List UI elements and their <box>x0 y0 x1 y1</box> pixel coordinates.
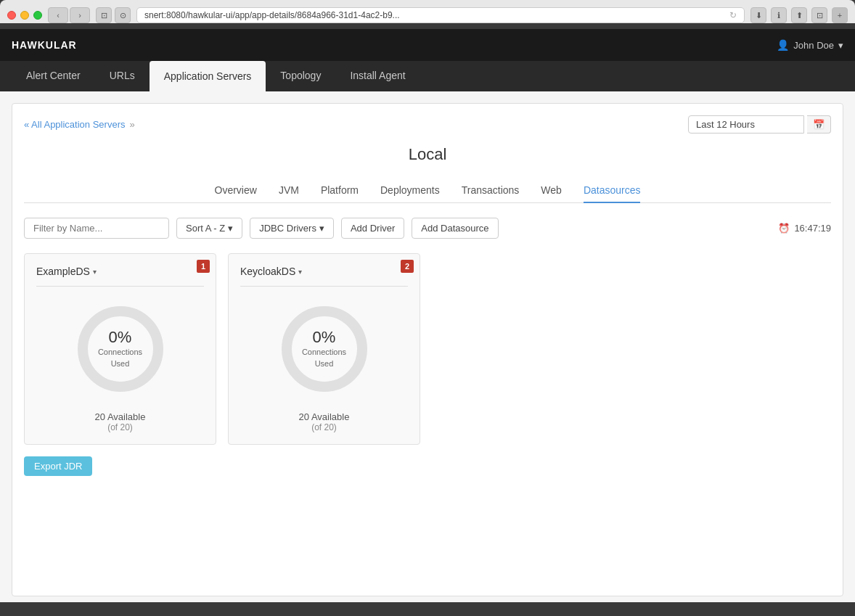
window-icon[interactable]: ⊡ <box>811 7 827 23</box>
app-container: HAWKULAR 👤 John Doe ▾ Alert Center URLs … <box>0 29 855 602</box>
tab-topology[interactable]: Topology <box>266 61 335 91</box>
user-menu[interactable]: 👤 John Doe ▾ <box>777 39 843 51</box>
current-time: 16:47:19 <box>794 223 831 234</box>
time-range-input[interactable] <box>688 115 804 134</box>
tab-alert-center[interactable]: Alert Center <box>12 61 95 91</box>
browser-toolbar: ⬇ ℹ ⬆ ⊡ + <box>750 7 848 23</box>
sort-button[interactable]: Sort A - Z ▾ <box>176 218 242 239</box>
user-icon: 👤 <box>777 39 789 51</box>
card-divider-2 <box>240 286 408 287</box>
card-title-chevron-icon: ▾ <box>93 268 97 276</box>
forward-button[interactable]: › <box>70 7 90 23</box>
calendar-button[interactable]: 📅 <box>807 115 831 134</box>
donut-label-connections-2: Connections <box>302 347 346 357</box>
subtab-platform[interactable]: Platform <box>321 178 359 203</box>
subtab-jvm[interactable]: JVM <box>279 178 299 203</box>
shield-icon[interactable]: ⊙ <box>115 7 131 23</box>
datasource-cards: 1 ExampleDS ▾ 0% Conn <box>24 253 831 445</box>
add-datasource-label: Add Datasource <box>421 223 488 234</box>
tab-install-agent[interactable]: Install Agent <box>335 61 420 91</box>
export-jdr-button[interactable]: Export JDR <box>24 456 92 476</box>
card-footer-2: 20 Available (of 20) <box>240 411 408 432</box>
datasource-card-keycloakds: 2 KeycloakDS ▾ 0% Connections Used <box>228 253 420 445</box>
available-count-2: 20 Available <box>240 411 408 422</box>
browser-titlebar: ‹ › ⊡ ⊙ snert:8080/hawkular-ui/app/app-d… <box>7 7 848 23</box>
reload-icon[interactable]: ↻ <box>729 10 737 20</box>
all-app-servers-link[interactable]: « All Application Servers <box>24 119 125 130</box>
card-title-keycloakds[interactable]: KeycloakDS ▾ <box>240 266 408 277</box>
donut-label-used-1: Used <box>98 358 142 369</box>
donut-percent-2: 0% <box>302 329 346 345</box>
jdbc-drivers-button[interactable]: JDBC Drivers ▾ <box>250 218 334 239</box>
maximize-dot[interactable] <box>33 11 42 20</box>
back-button[interactable]: ‹ <box>48 7 68 23</box>
breadcrumb-row: « All Application Servers » 📅 <box>24 115 831 134</box>
share-icon[interactable]: ⬆ <box>791 7 807 23</box>
card-badge-2: 2 <box>401 260 414 273</box>
jdbc-chevron-icon: ▾ <box>319 223 324 234</box>
card-divider <box>36 286 204 287</box>
time-display: ⏰ 16:47:19 <box>778 223 831 234</box>
new-tab-icon[interactable]: + <box>832 7 848 23</box>
jdbc-label: JDBC Drivers <box>259 223 316 234</box>
donut-percent-1: 0% <box>98 329 142 345</box>
user-name: John Doe <box>793 40 834 51</box>
donut-container-2: 0% Connections Used <box>240 298 408 400</box>
add-driver-label: Add Driver <box>351 223 395 234</box>
of-total-1: (of 20) <box>36 422 204 432</box>
sort-label: Sort A - Z <box>186 223 225 234</box>
sub-tabs: Overview JVM Platform Deployments Transa… <box>24 178 831 203</box>
filter-input[interactable] <box>24 218 169 239</box>
address-bar[interactable]: snert:8080/hawkular-ui/app/app-details/8… <box>136 7 745 23</box>
minimize-dot[interactable] <box>20 11 29 20</box>
datasource-card-exampleds: 1 ExampleDS ▾ 0% Conn <box>24 253 216 445</box>
breadcrumb: « All Application Servers » <box>24 119 135 130</box>
sort-chevron-icon: ▾ <box>228 223 233 234</box>
time-filter: 📅 <box>688 115 831 134</box>
of-total-2: (of 20) <box>240 422 408 432</box>
top-navbar: HAWKULAR 👤 John Doe ▾ <box>0 29 855 61</box>
donut-label-used-2: Used <box>302 358 346 369</box>
close-dot[interactable] <box>7 11 16 20</box>
add-driver-button[interactable]: Add Driver <box>341 218 404 239</box>
card-footer-1: 20 Available (of 20) <box>36 411 204 432</box>
card-title-exampleds[interactable]: ExampleDS ▾ <box>36 266 204 277</box>
nav-tabs: Alert Center URLs Application Servers To… <box>0 61 855 91</box>
browser-nav-buttons: ‹ › <box>48 7 90 23</box>
brand-logo: HAWKULAR <box>12 39 77 51</box>
subtab-web[interactable]: Web <box>541 178 562 203</box>
download-icon[interactable]: ⬇ <box>750 7 766 23</box>
main-content: « All Application Servers » 📅 Local Over… <box>12 103 843 596</box>
user-chevron-icon: ▾ <box>838 40 843 51</box>
donut-chart-2: 0% Connections Used <box>274 298 375 400</box>
breadcrumb-separator: » <box>129 119 134 130</box>
donut-center-2: 0% Connections Used <box>302 329 346 369</box>
toolbar-row: Sort A - Z ▾ JDBC Drivers ▾ Add Driver A… <box>24 218 831 239</box>
subtab-deployments[interactable]: Deployments <box>380 178 440 203</box>
card-title-chevron-icon-2: ▾ <box>298 268 302 276</box>
donut-container-1: 0% Connections Used <box>36 298 204 400</box>
tab-urls[interactable]: URLs <box>95 61 150 91</box>
tab-application-servers[interactable]: Application Servers <box>150 61 266 91</box>
clock-icon: ⏰ <box>778 223 790 234</box>
subtab-transactions[interactable]: Transactions <box>462 178 520 203</box>
donut-center-1: 0% Connections Used <box>98 329 142 369</box>
reader-view-icon[interactable]: ⊡ <box>96 7 112 23</box>
url-text: snert:8080/hawkular-ui/app/app-details/8… <box>144 10 400 20</box>
card-badge-1: 1 <box>197 260 210 273</box>
info-icon[interactable]: ℹ <box>771 7 787 23</box>
browser-dots <box>7 11 42 20</box>
donut-label-connections-1: Connections <box>98 347 142 357</box>
subtab-datasources[interactable]: Datasources <box>584 178 641 203</box>
page-title: Local <box>24 145 831 164</box>
subtab-overview[interactable]: Overview <box>215 178 257 203</box>
browser-chrome: ‹ › ⊡ ⊙ snert:8080/hawkular-ui/app/app-d… <box>0 0 855 23</box>
available-count-1: 20 Available <box>36 411 204 422</box>
add-datasource-button[interactable]: Add Datasource <box>412 218 498 239</box>
donut-chart-1: 0% Connections Used <box>70 298 171 400</box>
